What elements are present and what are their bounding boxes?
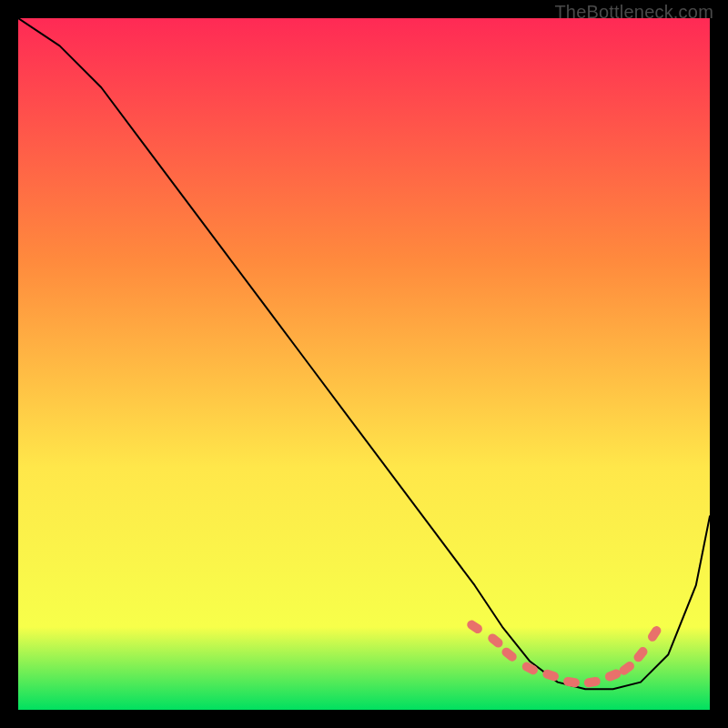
chart-svg: [18, 18, 710, 710]
chart-frame: TheBottleneck.com: [0, 0, 728, 728]
watermark-text: TheBottleneck.com: [554, 2, 713, 23]
chart-background: [18, 18, 710, 710]
chart-plot-area: [18, 18, 710, 710]
